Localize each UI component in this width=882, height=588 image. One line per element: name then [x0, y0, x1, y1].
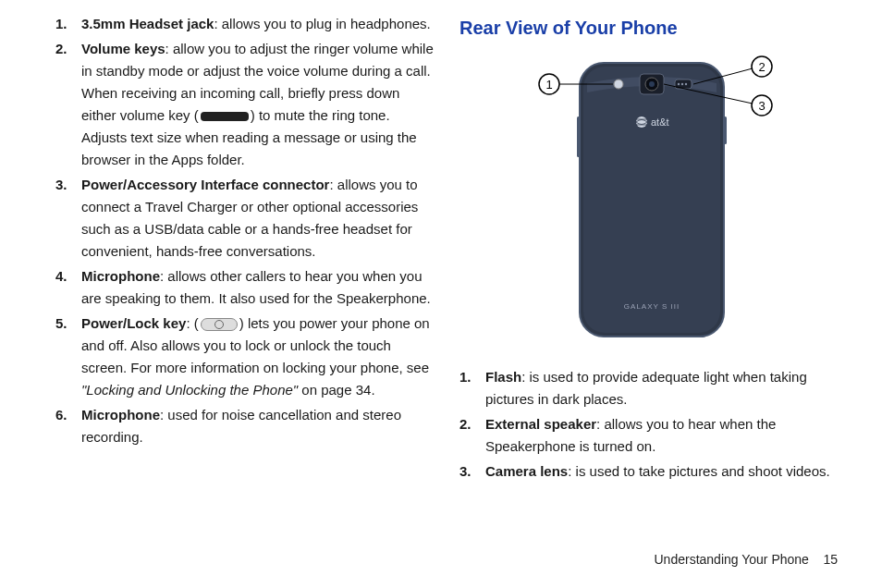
feature-desc: : ( — [186, 315, 198, 331]
feature-desc: : is used to provide adequate light when… — [485, 369, 807, 407]
left-column: 3.5mm Headset jack: allows you to plug i… — [55, 13, 434, 512]
feature-term: Power/Accessory Interface connector — [81, 177, 329, 192]
section-heading: Rear View of Your Phone — [459, 13, 838, 43]
feature-term: Camera lens — [485, 463, 568, 479]
right-column: Rear View of Your Phone — [459, 13, 838, 512]
feature-term: 3.5mm Headset jack — [81, 16, 214, 31]
svg-rect-11 — [577, 116, 580, 157]
list-item: Flash: is used to provide adequate light… — [459, 366, 838, 410]
svg-rect-1 — [583, 67, 720, 333]
feature-desc: : allows you to plug in headphones. — [214, 16, 430, 31]
att-logo-text: at&t — [651, 116, 669, 128]
list-item: Microphone: allows other callers to hear… — [55, 265, 434, 310]
feature-desc: : is used to take pictures and shoot vid… — [568, 463, 830, 479]
list-item: Camera lens: is used to take pictures an… — [459, 460, 838, 483]
svg-point-10 — [636, 116, 647, 128]
svg-rect-12 — [724, 116, 727, 144]
list-item: Microphone: used for noise cancellation … — [55, 404, 434, 448]
feature-term: External speaker — [485, 416, 596, 432]
feature-term: Power/Lock key — [81, 315, 186, 331]
footer-page: 15 — [823, 552, 838, 567]
callout-1: 1 — [545, 78, 552, 92]
feature-desc: on page 34. — [298, 382, 374, 398]
feature-term: Microphone — [81, 268, 160, 284]
list-item: Volume keys: allow you to adjust the rin… — [55, 38, 434, 171]
feature-term: Volume keys — [81, 41, 165, 56]
callout-2: 2 — [758, 60, 765, 74]
svg-point-7 — [677, 83, 679, 85]
svg-point-5 — [614, 80, 623, 89]
phone-rear-svg: at&t GALAXY S III 1 2 3 — [492, 52, 806, 348]
power-key-icon — [201, 318, 238, 331]
volume-key-icon — [201, 112, 249, 121]
page-footer: Understanding Your Phone 15 — [655, 549, 839, 570]
list-item: Power/Lock key: () lets you power your p… — [55, 312, 434, 401]
svg-point-9 — [684, 83, 686, 85]
list-item: 3.5mm Headset jack: allows you to plug i… — [55, 13, 434, 35]
callout-3: 3 — [758, 99, 765, 113]
left-feature-list: 3.5mm Headset jack: allows you to plug i… — [55, 13, 434, 448]
feature-term: Microphone — [81, 407, 160, 423]
footer-section: Understanding Your Phone — [655, 552, 809, 567]
galaxy-label: GALAXY S III — [623, 302, 679, 311]
svg-point-8 — [680, 83, 682, 85]
phone-rear-diagram: at&t GALAXY S III 1 2 3 — [459, 52, 838, 348]
list-item: External speaker: allows you to hear whe… — [459, 413, 838, 458]
right-feature-list: Flash: is used to provide adequate light… — [459, 366, 838, 483]
feature-term: Flash — [485, 369, 521, 385]
list-item: Power/Accessory Interface connector: all… — [55, 174, 434, 263]
cross-reference: "Locking and Unlocking the Phone" — [81, 382, 298, 398]
svg-point-4 — [649, 81, 655, 87]
